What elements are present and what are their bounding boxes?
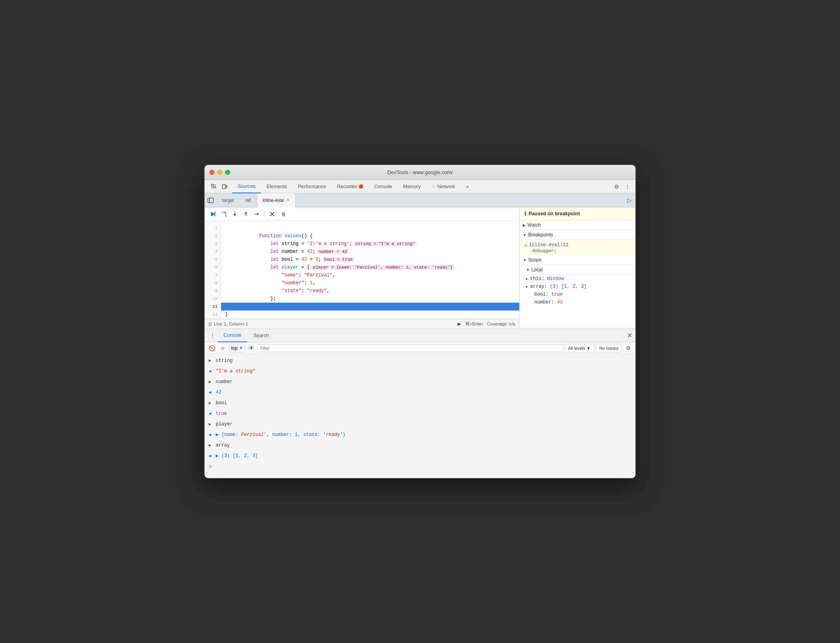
pause-on-exception-button[interactable]: ⏸ (278, 209, 288, 219)
eye-icon[interactable]: 👁 (247, 343, 256, 353)
curly-braces-icon[interactable]: {} (209, 322, 212, 326)
tab-sources[interactable]: Sources (232, 180, 261, 193)
code-line-13 (221, 318, 519, 319)
close-tab-icon[interactable]: ✕ (286, 198, 290, 203)
tab-console[interactable]: Console (369, 180, 398, 193)
more-options-icon[interactable]: ⋮ (623, 182, 632, 191)
expand-bool-icon[interactable]: ▶ (209, 399, 213, 407)
code-lines: function values() { let string = 'I\'m a… (221, 221, 519, 319)
svg-marker-6 (225, 212, 226, 213)
svg-marker-8 (233, 214, 236, 216)
breakpoints-section-header[interactable]: ▼ Breakpoints (520, 230, 635, 240)
collapse-string-icon[interactable]: ◀ (209, 367, 213, 376)
breakpoints-label: Breakpoints (528, 232, 553, 238)
watch-arrow-icon: ▶ (523, 223, 526, 227)
tab-more[interactable]: » (461, 180, 475, 193)
local-label: Local (531, 267, 543, 272)
breakpoint-item: ☑ inline-eval:11 debugger; (520, 240, 635, 255)
step-into-button[interactable] (230, 209, 240, 219)
close-button[interactable] (209, 170, 215, 175)
svg-rect-0 (211, 184, 213, 186)
console-output: ▶ string ◀ "I'm a string" ▶ number ◀ 42 … (205, 354, 635, 478)
console-tab-search[interactable]: Search (248, 329, 275, 342)
clear-console-icon[interactable]: 🚫 (207, 343, 216, 353)
console-entry-string-val: ◀ "I'm a string" (205, 366, 635, 377)
console-settings-icon[interactable]: ⚙ (624, 343, 633, 353)
window-title: DevTools - www.google.com/ (387, 169, 453, 175)
tab-network[interactable]: ⚠ Network (426, 180, 461, 193)
watch-section-header[interactable]: ▶ Watch (520, 220, 635, 230)
code-line-12: } (221, 311, 519, 318)
expand-string-icon[interactable]: ▶ (209, 356, 213, 365)
scope-label: Scope (528, 257, 542, 263)
svg-rect-3 (208, 198, 213, 203)
traffic-lights (209, 170, 230, 175)
expand-array-icon[interactable]: ▶ (209, 441, 213, 450)
code-line-10: let array = [1,2,3];array = (3) [1, 2, 3… (221, 295, 519, 303)
collapse-array-icon[interactable]: ◀ (209, 452, 213, 460)
resume-button[interactable] (208, 209, 218, 219)
run-snippet-label: ▶ (458, 321, 461, 327)
sidebar-toggle-icon[interactable] (206, 196, 215, 205)
scope-items: ▶ this: Window ▶ array: (3) [1, 2, 3] bo… (520, 275, 635, 306)
svg-marker-4 (211, 212, 215, 216)
devtools-window: DevTools - www.google.com/ Sources Eleme… (204, 165, 636, 478)
step-over-button[interactable] (219, 209, 229, 219)
step-button[interactable] (252, 209, 262, 219)
collapse-bool-icon[interactable]: ◀ (209, 409, 213, 418)
array-expand-icon[interactable]: ▶ (526, 285, 530, 289)
tab-elements[interactable]: Elements (261, 180, 293, 193)
console-entry-string-key: ▶ string (205, 356, 635, 366)
breakpoint-checkbox[interactable]: ☑ (524, 242, 527, 248)
code-line-4: let bool = 42 > 0;bool = true (221, 248, 519, 256)
step-out-button[interactable] (241, 209, 251, 219)
console-tab-console[interactable]: Console (218, 329, 247, 342)
expand-player-icon[interactable]: ▶ (209, 420, 213, 429)
maximize-button[interactable] (225, 170, 230, 175)
add-tab-icon[interactable]: ▷ (625, 196, 634, 205)
source-tab-target[interactable]: target (216, 193, 240, 207)
tab-performance[interactable]: Performance (293, 180, 332, 193)
no-issues-button[interactable]: No Issues (596, 344, 622, 352)
expand-number-icon[interactable]: ▶ (209, 378, 213, 386)
scope-arrow-icon: ▼ (523, 258, 527, 262)
top-context-selector[interactable]: top ▼ (229, 344, 245, 352)
console-filter-input[interactable] (258, 344, 563, 352)
context-dropdown-icon: ▼ (239, 346, 243, 350)
code-line-1: function values() { (221, 224, 519, 232)
line-numbers: 1 2 3 4 5 6 7 8 9 10 11 12 13 14 (205, 221, 221, 319)
code-line-8: "state": "ready", (221, 279, 519, 287)
cursor-position: Line 1, Column 1 (214, 322, 248, 326)
collapse-number-icon[interactable]: ◀ (209, 388, 213, 397)
info-icon: ℹ (524, 211, 526, 217)
main-nav-right: ⚙ ⋮ (609, 182, 635, 191)
scope-array: ▶ array: (3) [1, 2, 3] (520, 283, 635, 291)
main-nav: Sources Elements Performance Recorder 🔴 … (205, 180, 635, 193)
console-input-row: > (205, 461, 635, 473)
title-bar: DevTools - www.google.com/ (205, 165, 635, 180)
close-console-icon[interactable]: ✕ (627, 332, 632, 339)
scope-number: number: 42 (520, 298, 635, 306)
deactivate-breakpoints-button[interactable] (267, 209, 277, 219)
device-icon[interactable] (220, 182, 229, 191)
paused-banner: ℹ Paused on breakpoint (520, 207, 635, 220)
local-section-header[interactable]: ▼ Local (520, 265, 635, 275)
tab-memory[interactable]: Memory (398, 180, 426, 193)
source-tab-ref[interactable]: ref (240, 193, 257, 207)
collapse-player-icon[interactable]: ◀ (209, 430, 213, 439)
console-menu-icon[interactable]: ⋮ (208, 331, 217, 340)
this-expand-icon[interactable]: ▶ (526, 277, 530, 281)
source-tab-inline-eval[interactable]: inline-eval ✕ (257, 193, 296, 207)
settings-icon[interactable]: ⚙ (612, 182, 621, 191)
console-prompt-icon: > (209, 463, 212, 471)
tab-recorder[interactable]: Recorder 🔴 (332, 180, 369, 193)
code-line-5: let player = {player = {name: 'Parzival'… (221, 256, 519, 263)
levels-dropdown[interactable]: All levels ▼ (565, 344, 594, 352)
warn-icon: ⚠ (432, 184, 436, 189)
block-icon[interactable]: ⊘ (218, 343, 227, 353)
inspector-icon[interactable] (209, 182, 218, 191)
code-line-3: let number = 42;number = 42 (221, 240, 519, 248)
scope-section-header[interactable]: ▼ Scope (520, 255, 635, 265)
paused-label: Paused on breakpoint (529, 211, 580, 216)
minimize-button[interactable] (217, 170, 222, 175)
